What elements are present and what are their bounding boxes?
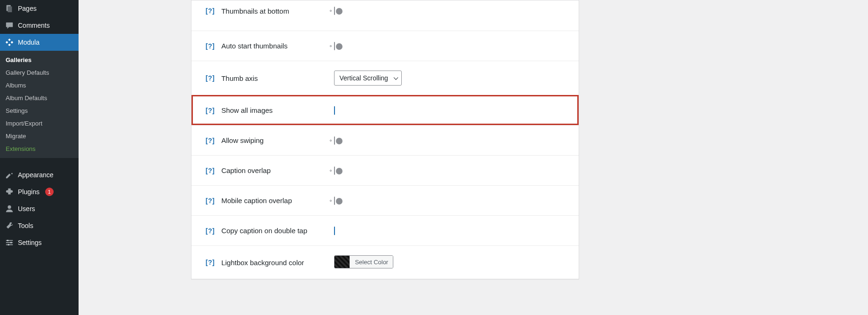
- sidebar-label: Users: [18, 205, 35, 213]
- sidebar-item-tools[interactable]: Tools: [0, 217, 79, 234]
- setting-label: Lightbox background color: [221, 259, 334, 267]
- settings-panel: [?] Thumbnails at bottom [?] Auto start …: [191, 0, 579, 279]
- setting-label: Allow swiping: [221, 136, 334, 144]
- content-area: [?] Thumbnails at bottom [?] Auto start …: [79, 0, 720, 315]
- right-gutter: [720, 0, 868, 315]
- sidebar-label: Pages: [18, 5, 37, 12]
- sidebar-label: Plugins: [18, 188, 40, 196]
- sidebar-label: Modula: [18, 39, 40, 46]
- copy-caption-double-tap-toggle[interactable]: [334, 227, 335, 235]
- sidebar-item-settings[interactable]: Settings: [0, 234, 79, 251]
- mobile-caption-overlap-toggle[interactable]: [334, 197, 335, 205]
- lightbox-bg-color-picker[interactable]: Select Color: [334, 255, 393, 268]
- setting-label: Thumb axis: [221, 74, 334, 82]
- help-icon[interactable]: [?]: [206, 7, 215, 15]
- submenu-import-export[interactable]: Import/Export: [0, 117, 79, 130]
- row-lightbox-bg-color: [?] Lightbox background color Select Col…: [191, 245, 579, 279]
- caption-overlap-toggle[interactable]: [334, 166, 335, 175]
- help-icon[interactable]: [?]: [206, 197, 215, 205]
- submenu-settings[interactable]: Settings: [0, 104, 79, 117]
- sidebar-label: Comments: [18, 22, 50, 29]
- help-icon[interactable]: [?]: [206, 167, 215, 174]
- settings-icon: [5, 238, 14, 247]
- submenu-album-defaults[interactable]: Album Defaults: [0, 92, 79, 104]
- modula-icon: [5, 38, 14, 47]
- comments-icon: [5, 21, 14, 30]
- admin-sidebar: Pages Comments Modula Galleries Gallery …: [0, 0, 79, 315]
- submenu-galleries[interactable]: Galleries: [0, 54, 79, 66]
- sidebar-item-modula[interactable]: Modula: [0, 34, 79, 51]
- sidebar-item-users[interactable]: Users: [0, 200, 79, 217]
- thumbnails-bottom-toggle[interactable]: [334, 7, 335, 15]
- sidebar-label: Settings: [18, 239, 42, 246]
- appearance-icon: [5, 170, 14, 180]
- row-allow-swiping: [?] Allow swiping: [191, 125, 579, 155]
- help-icon[interactable]: [?]: [206, 74, 215, 82]
- submenu-gallery-defaults[interactable]: Gallery Defaults: [0, 66, 79, 79]
- help-icon[interactable]: [?]: [206, 137, 215, 144]
- row-thumbnails-bottom: [?] Thumbnails at bottom: [191, 0, 579, 31]
- allow-swiping-toggle[interactable]: [334, 136, 335, 145]
- color-swatch: [334, 256, 350, 268]
- select-value: Vertical Scrolling: [339, 74, 388, 82]
- setting-label: Copy caption on double tap: [221, 227, 334, 235]
- pages-icon: [5, 4, 14, 13]
- row-mobile-caption-overlap: [?] Mobile caption overlap: [191, 185, 579, 215]
- show-all-images-toggle[interactable]: [334, 106, 335, 115]
- sidebar-label: Tools: [18, 222, 33, 229]
- plugins-icon: [5, 187, 14, 197]
- sidebar-label: Appearance: [18, 171, 54, 179]
- setting-label: Caption overlap: [221, 166, 334, 174]
- svg-rect-2: [8, 7, 12, 13]
- setting-label: Show all images: [221, 106, 334, 114]
- plugins-update-badge: 1: [45, 188, 54, 196]
- sidebar-item-pages[interactable]: Pages: [0, 0, 79, 17]
- help-icon[interactable]: [?]: [206, 42, 215, 50]
- sidebar-item-plugins[interactable]: Plugins 1: [0, 183, 79, 200]
- help-icon[interactable]: [?]: [206, 259, 215, 266]
- auto-start-thumbnails-toggle[interactable]: [334, 42, 335, 50]
- row-show-all-images: [?] Show all images: [191, 95, 579, 125]
- submenu-extensions[interactable]: Extensions: [0, 142, 79, 155]
- color-picker-label: Select Color: [350, 256, 393, 268]
- help-icon[interactable]: [?]: [206, 107, 215, 114]
- setting-label: Auto start thumbnails: [221, 42, 334, 50]
- submenu-migrate[interactable]: Migrate: [0, 130, 79, 142]
- svg-point-8: [10, 242, 12, 244]
- setting-label: Thumbnails at bottom: [221, 7, 334, 15]
- help-icon[interactable]: [?]: [206, 227, 215, 235]
- svg-point-7: [7, 240, 9, 242]
- row-auto-start-thumbnails: [?] Auto start thumbnails: [191, 31, 579, 61]
- sidebar-item-comments[interactable]: Comments: [0, 17, 79, 34]
- svg-point-3: [8, 205, 11, 209]
- row-caption-overlap: [?] Caption overlap: [191, 155, 579, 185]
- row-thumb-axis: [?] Thumb axis Vertical Scrolling: [191, 61, 579, 95]
- thumb-axis-select[interactable]: Vertical Scrolling: [334, 71, 402, 86]
- submenu-albums[interactable]: Albums: [0, 79, 79, 92]
- tools-icon: [5, 221, 14, 230]
- row-copy-caption-double-tap: [?] Copy caption on double tap: [191, 215, 579, 245]
- setting-label: Mobile caption overlap: [221, 197, 334, 205]
- svg-point-9: [8, 244, 9, 246]
- sidebar-item-appearance[interactable]: Appearance: [0, 166, 79, 183]
- users-icon: [5, 204, 14, 213]
- sidebar-submenu-modula: Galleries Gallery Defaults Albums Album …: [0, 51, 79, 158]
